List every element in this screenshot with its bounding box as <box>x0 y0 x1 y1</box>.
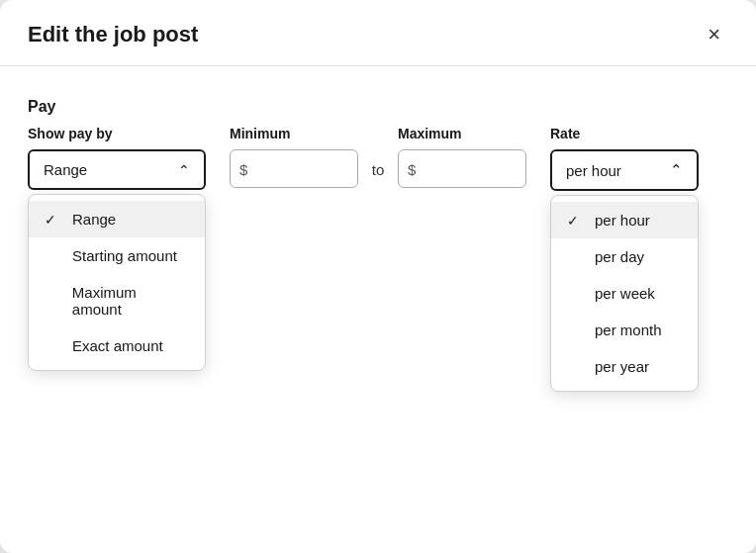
chevron-up-icon: ⌃ <box>178 162 190 178</box>
minimum-input[interactable] <box>230 149 358 188</box>
dropdown-item-range-label: Range <box>72 211 116 228</box>
rate-item-per-day-label: per day <box>595 248 644 265</box>
show-pay-by-selected-label: Range <box>44 161 87 178</box>
dropdown-item-maximum-label: Maximum amount <box>72 284 189 318</box>
modal-header: Edit the job post × <box>0 0 756 66</box>
rate-item-per-year[interactable]: ✓ per year <box>551 348 698 385</box>
show-pay-by-button[interactable]: Range ⌃ <box>28 149 206 190</box>
dropdown-item-starting-label: Starting amount <box>72 247 177 264</box>
rate-item-per-week[interactable]: ✓ per week <box>551 275 698 312</box>
dropdown-item-exact-label: Exact amount <box>72 337 163 354</box>
rate-selected-label: per hour <box>566 162 621 179</box>
show-pay-by-group: Range ⌃ ✓ Range ✓ Starting amount ✓ Maxi… <box>28 149 206 190</box>
rate-item-per-month[interactable]: ✓ per month <box>551 312 698 348</box>
show-pay-by-col-label: Show pay by <box>28 126 206 141</box>
modal-body: Pay Show pay by Minimum Maximum Rate Ran… <box>0 66 756 215</box>
check-icon-range: ✓ <box>45 212 62 228</box>
modal-title: Edit the job post <box>28 22 198 47</box>
maximum-col-label: Maximum <box>398 126 526 141</box>
edit-job-post-modal: Edit the job post × Pay Show pay by Mini… <box>0 0 756 553</box>
rate-button[interactable]: per hour ⌃ <box>550 149 699 191</box>
rate-item-per-month-label: per month <box>595 322 662 338</box>
to-label: to <box>358 149 398 178</box>
dropdown-item-range[interactable]: ✓ Range <box>29 201 205 237</box>
pay-section-label: Pay <box>28 98 728 116</box>
rate-item-per-day[interactable]: ✓ per day <box>551 238 698 275</box>
check-icon-per-hour: ✓ <box>567 213 585 229</box>
maximum-input[interactable] <box>398 149 526 188</box>
rate-item-per-week-label: per week <box>595 285 655 302</box>
rate-item-per-hour[interactable]: ✓ per hour <box>551 202 698 238</box>
close-button[interactable]: × <box>700 20 728 49</box>
rate-group: per hour ⌃ ✓ per hour ✓ per day ✓ per we… <box>550 149 699 191</box>
maximum-input-group: $ <box>398 149 526 188</box>
rate-col-label: Rate <box>550 126 699 141</box>
show-pay-by-dropdown: ✓ Range ✓ Starting amount ✓ Maximum amou… <box>28 194 206 371</box>
rate-dropdown: ✓ per hour ✓ per day ✓ per week ✓ per mo… <box>550 195 699 392</box>
minimum-col-label: Minimum <box>230 126 358 141</box>
dropdown-item-starting[interactable]: ✓ Starting amount <box>29 237 205 274</box>
rate-item-per-year-label: per year <box>595 358 649 375</box>
rate-item-per-hour-label: per hour <box>595 212 650 229</box>
pay-row-inputs: Range ⌃ ✓ Range ✓ Starting amount ✓ Maxi… <box>28 149 728 191</box>
minimum-input-group: $ <box>230 149 358 188</box>
rate-chevron-up-icon: ⌃ <box>670 161 683 179</box>
pay-row-labels: Show pay by Minimum Maximum Rate <box>28 126 728 141</box>
dropdown-item-exact[interactable]: ✓ Exact amount <box>29 327 205 364</box>
dropdown-item-maximum[interactable]: ✓ Maximum amount <box>29 274 205 327</box>
